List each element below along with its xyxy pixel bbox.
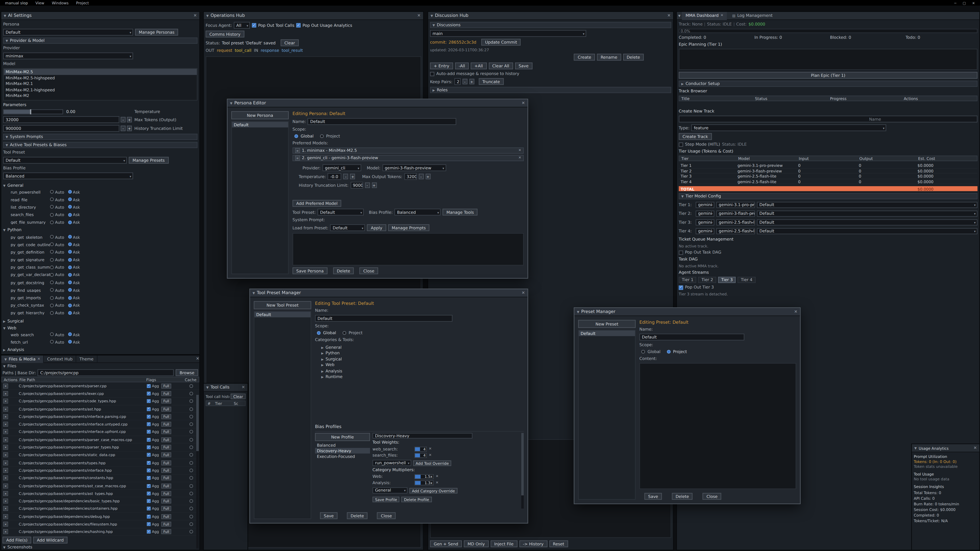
step-mode-checkbox[interactable] [679, 142, 683, 146]
load-preset-select[interactable]: Default [330, 224, 365, 231]
ask-radio[interactable] [68, 221, 72, 224]
remove-file-button[interactable]: ✕ [3, 522, 8, 527]
close-icon[interactable]: ✕ [522, 101, 525, 105]
persona-name-input[interactable]: Default [308, 118, 457, 125]
remove-model-button[interactable]: ✕ [518, 149, 521, 152]
full-button[interactable]: Full [162, 483, 171, 488]
menu-item[interactable]: View [35, 0, 45, 5]
close-icon[interactable]: ✕ [417, 14, 421, 17]
preset-list-item[interactable]: Default [579, 330, 635, 336]
composer-button[interactable]: Gen + Send [430, 540, 462, 547]
persona-list-item[interactable]: Default [232, 122, 288, 127]
ask-radio[interactable] [68, 288, 72, 292]
system-prompts-section[interactable]: ▼ System Prompts [3, 134, 197, 140]
tier-model-select[interactable]: gemini-3-flash-preview [716, 210, 755, 217]
full-button[interactable]: Full [162, 437, 171, 442]
tool-preset-list-item[interactable]: Default [255, 312, 310, 318]
full-button[interactable]: Full [162, 514, 171, 519]
tool-group-header[interactable]: ▶Surgical [3, 318, 197, 324]
pref-history-input[interactable]: 900000 [350, 182, 363, 189]
auto-radio[interactable] [50, 250, 54, 254]
discussion-select[interactable]: main [430, 30, 586, 37]
auto-radio[interactable] [50, 296, 54, 300]
remove-file-button[interactable]: ✕ [3, 468, 8, 473]
full-button[interactable]: Full [162, 391, 171, 396]
model-option[interactable]: MiniMax-M2.5 [4, 68, 197, 75]
history-increment-button[interactable]: + [127, 125, 132, 131]
preset-name-input[interactable]: Default [639, 333, 744, 341]
close-tool-preset-button[interactable]: Close [377, 512, 396, 519]
auto-radio[interactable] [50, 288, 54, 292]
tab-mma-dashboard[interactable]: MMA Dashboard ✕ [682, 11, 727, 20]
category-item[interactable]: ▶Web [315, 362, 524, 368]
popout-tier3-checkbox[interactable] [679, 285, 683, 289]
agg-checkbox[interactable] [147, 453, 151, 457]
full-button[interactable]: Full [162, 429, 171, 434]
ask-radio[interactable] [68, 213, 72, 217]
tab-files-media[interactable]: ▼ Files & Media ✕ [1, 355, 44, 362]
browse-button[interactable]: Browse [176, 369, 198, 376]
entry-button[interactable]: +All [471, 62, 487, 69]
add-tool-override-button[interactable]: Add Tool Override [413, 460, 452, 466]
category-item[interactable]: ▶Runtime [315, 374, 524, 380]
full-button[interactable]: Full [162, 414, 171, 419]
remove-override-button[interactable]: ✕ [429, 448, 431, 451]
auto-radio[interactable] [50, 303, 54, 307]
ask-radio[interactable] [68, 273, 72, 277]
maximize-button[interactable]: ▢ [963, 1, 966, 5]
manage-personas-button[interactable]: Manage Personas [135, 29, 178, 36]
category-item[interactable]: ▶Surgical [315, 356, 524, 362]
dialog-titlebar[interactable]: ▼ Persona Editor ✕ [228, 99, 528, 107]
remove-file-button[interactable]: ✕ [3, 529, 8, 534]
preset-content-input[interactable] [639, 363, 796, 489]
remove-file-button[interactable]: ✕ [3, 399, 8, 404]
remove-file-button[interactable]: ✕ [3, 407, 8, 411]
manage-prompts-button[interactable]: Manage Prompts [388, 224, 430, 231]
weight-input[interactable]: 1.5x [414, 474, 434, 479]
auto-radio[interactable] [50, 205, 54, 209]
delete-discussion-button[interactable]: Delete [623, 54, 644, 61]
popout-usage-checkbox[interactable] [296, 23, 301, 27]
persona-bias-select[interactable]: Balanced [395, 209, 441, 216]
full-button[interactable]: Full [162, 499, 171, 504]
remove-file-button[interactable]: ✕ [3, 391, 8, 396]
ask-radio[interactable] [68, 243, 72, 246]
new-persona-button[interactable]: New Persona [231, 111, 289, 119]
tool-group-header[interactable]: ▼Web [3, 325, 197, 330]
model-option[interactable]: MiniMax-M2.5-highspeed [4, 75, 197, 81]
manage-tools-button[interactable]: Manage Tools [443, 209, 478, 216]
remove-file-button[interactable]: ✕ [3, 483, 8, 488]
scope-global-radio[interactable] [641, 350, 645, 354]
roles-section[interactable]: ▶ Roles [430, 87, 671, 93]
tool-group-header[interactable]: ▼Python [3, 227, 197, 233]
new-preset-button[interactable]: New Preset [578, 320, 635, 328]
entry-button[interactable]: + Entry [430, 62, 453, 69]
ask-radio[interactable] [68, 311, 72, 315]
add-preferred-model-button[interactable]: Add Preferred Model [293, 200, 341, 207]
full-button[interactable]: Full [162, 468, 171, 473]
max-tokens-decrement-button[interactable]: - [418, 174, 424, 179]
agg-checkbox[interactable] [147, 514, 151, 518]
stream-tab[interactable]: Tier 4 [738, 277, 756, 283]
create-discussion-button[interactable]: Create [574, 54, 595, 61]
agg-checkbox[interactable] [147, 499, 151, 503]
pref-model-select[interactable]: gemini-3-flash-preview [382, 164, 446, 171]
epic-planning-input[interactable] [679, 49, 978, 70]
auto-radio[interactable] [50, 273, 54, 277]
autoadd-checkbox[interactable] [430, 71, 434, 76]
max-tokens-increment-button[interactable]: + [127, 117, 132, 122]
bias-profile-item[interactable]: Balanced [315, 442, 370, 448]
entry-button[interactable]: Clear All [488, 62, 513, 69]
full-button[interactable]: Full [162, 445, 171, 450]
truncate-button[interactable]: Truncate [479, 78, 504, 85]
save-tool-preset-button[interactable]: Save [320, 512, 337, 519]
tool-preset-select[interactable]: Default [3, 157, 127, 164]
ask-radio[interactable] [68, 250, 72, 254]
persona-select[interactable]: Default [3, 29, 133, 36]
temperature-slider[interactable] [3, 110, 63, 114]
keep-pairs-increment-button[interactable]: + [469, 79, 474, 84]
auto-radio[interactable] [50, 265, 54, 269]
remove-override-button[interactable]: ✕ [436, 475, 438, 478]
agg-checkbox[interactable] [147, 422, 151, 426]
auto-radio[interactable] [50, 258, 54, 262]
